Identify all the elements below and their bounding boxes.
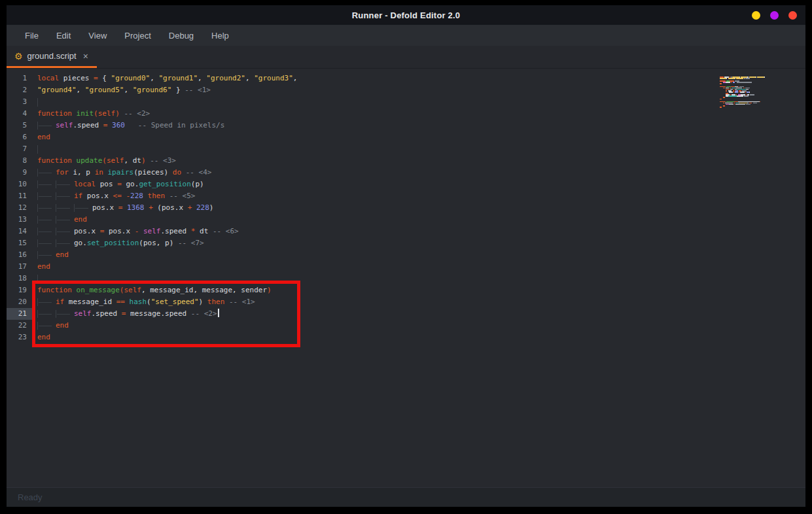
menu-project[interactable]: Project	[124, 31, 150, 41]
line-text: function init(self) -- <2>	[33, 108, 150, 120]
code-line[interactable]: 16end	[7, 249, 805, 261]
code-line[interactable]: 11if pos.x <= -228 then -- <5>	[7, 190, 805, 202]
line-number: 14	[7, 226, 33, 237]
line-text: end	[33, 320, 69, 332]
line-text: if message_id == hash("set_speed") then …	[33, 296, 255, 308]
code-line[interactable]: 7	[7, 143, 805, 155]
app-window: Runner - Defold Editor 2.0 FileEditViewP…	[7, 5, 805, 507]
code-line[interactable]: 12pos.x = 1368 + (pos.x + 228)	[7, 202, 805, 214]
line-text: for i, p in ipairs(pieces) do -- <4>	[33, 167, 211, 179]
line-text	[33, 96, 38, 108]
code-line[interactable]: 21self.speed = message.speed -- <2>	[7, 308, 805, 320]
line-text: end	[33, 249, 69, 261]
line-text: end	[33, 332, 50, 343]
tab-whitespace-guide	[56, 179, 74, 190]
tab-whitespace-guide	[37, 237, 56, 249]
code-line[interactable]: 19function on_message(self, message_id, …	[7, 284, 805, 296]
line-number: 6	[7, 131, 33, 143]
empty-line-tick	[37, 145, 38, 154]
tab-whitespace-guide	[37, 167, 56, 179]
close-button[interactable]	[788, 11, 797, 20]
line-number: 15	[7, 237, 33, 249]
line-text: go.set_position(pos, p) -- <7>	[33, 237, 204, 249]
code-line[interactable]: 17end	[7, 261, 805, 273]
line-text: end	[33, 131, 50, 143]
tab-ground-script[interactable]: ⚙ ground.script ×	[7, 46, 97, 68]
tab-whitespace-guide	[74, 202, 92, 214]
script-file-gear-icon: ⚙	[14, 52, 23, 61]
empty-line-tick	[37, 98, 38, 107]
code-line[interactable]: 3	[7, 96, 805, 108]
menu-debug[interactable]: Debug	[169, 31, 194, 41]
tab-whitespace-guide	[37, 120, 56, 131]
code-line[interactable]: 9for i, p in ipairs(pieces) do -- <4>	[7, 167, 805, 179]
line-number: 8	[7, 155, 33, 167]
line-text: self.speed = message.speed -- <2>	[33, 308, 219, 320]
menubar: FileEditViewProjectDebugHelp	[7, 25, 805, 46]
tab-whitespace-guide	[37, 320, 56, 332]
code-line[interactable]: 6end	[7, 131, 805, 143]
code-line[interactable]: 4function init(self) -- <2>	[7, 108, 805, 120]
tab-whitespace-guide	[37, 249, 56, 261]
line-text	[33, 143, 38, 155]
code-line[interactable]: 18	[7, 273, 805, 284]
line-number: 16	[7, 249, 33, 261]
line-number: 5	[7, 120, 33, 131]
line-number: 18	[7, 273, 33, 284]
menu-file[interactable]: File	[25, 31, 39, 41]
code-line[interactable]: 2"ground4", "ground5", "ground6" } -- <1…	[7, 84, 805, 96]
line-text: self.speed = 360 -- Speed in pixels/s	[33, 120, 224, 131]
code-line[interactable]: 15go.set_position(pos, p) -- <7>	[7, 237, 805, 249]
code-editor[interactable]: 1local pieces = { "ground0", "ground1", …	[7, 69, 805, 487]
code-lines: 1local pieces = { "ground0", "ground1", …	[7, 73, 805, 343]
code-line[interactable]: 22end	[7, 320, 805, 332]
minimap[interactable]	[720, 77, 782, 108]
code-line[interactable]: 23end	[7, 332, 805, 343]
line-number: 19	[7, 284, 33, 296]
line-text: end	[33, 261, 50, 273]
code-line[interactable]: 13end	[7, 214, 805, 226]
line-text: function on_message(self, message_id, me…	[33, 284, 272, 296]
line-number: 7	[7, 143, 33, 155]
line-number: 11	[7, 190, 33, 202]
tab-whitespace-guide	[37, 296, 56, 308]
line-number: 2	[7, 84, 33, 96]
line-number: 12	[7, 202, 33, 214]
line-number: 13	[7, 214, 33, 226]
minimize-button[interactable]	[752, 11, 760, 20]
code-line[interactable]: 20if message_id == hash("set_speed") the…	[7, 296, 805, 308]
tab-whitespace-guide	[56, 214, 74, 226]
code-line[interactable]: 1local pieces = { "ground0", "ground1", …	[7, 73, 805, 84]
code-line[interactable]: 5self.speed = 360 -- Speed in pixels/s	[7, 120, 805, 131]
menu-edit[interactable]: Edit	[56, 31, 71, 41]
code-line[interactable]: 10local pos = go.get_position(p)	[7, 179, 805, 190]
window-title: Runner - Defold Editor 2.0	[352, 10, 461, 20]
line-number: 20	[7, 296, 33, 308]
line-text: pos.x = pos.x - self.speed * dt -- <6>	[33, 226, 239, 237]
tab-whitespace-guide	[56, 308, 74, 320]
statusbar: Ready	[7, 487, 805, 507]
line-text: local pos = go.get_position(p)	[33, 179, 204, 190]
tab-whitespace-guide	[56, 202, 74, 214]
tabbar: ⚙ ground.script ×	[7, 46, 805, 69]
line-number: 1	[7, 73, 33, 84]
menu-help[interactable]: Help	[211, 31, 229, 41]
tab-whitespace-guide	[37, 214, 56, 226]
tab-whitespace-guide	[37, 202, 56, 214]
status-text: Ready	[18, 492, 43, 502]
tab-whitespace-guide	[37, 226, 56, 237]
tab-close-icon[interactable]: ×	[83, 51, 88, 61]
code-line[interactable]: 8function update(self, dt) -- <3>	[7, 155, 805, 167]
line-text: end	[33, 214, 87, 226]
maximize-button[interactable]	[770, 11, 779, 20]
line-number: 9	[7, 167, 33, 179]
line-text: if pos.x <= -228 then -- <5>	[33, 190, 195, 202]
tab-label: ground.script	[27, 51, 77, 61]
line-number: 4	[7, 108, 33, 120]
code-line[interactable]: 14pos.x = pos.x - self.speed * dt -- <6>	[7, 226, 805, 237]
tab-whitespace-guide	[37, 190, 56, 202]
titlebar: Runner - Defold Editor 2.0	[7, 5, 805, 25]
line-text	[33, 273, 38, 284]
menu-view[interactable]: View	[88, 31, 107, 41]
tab-whitespace-guide	[56, 237, 74, 249]
